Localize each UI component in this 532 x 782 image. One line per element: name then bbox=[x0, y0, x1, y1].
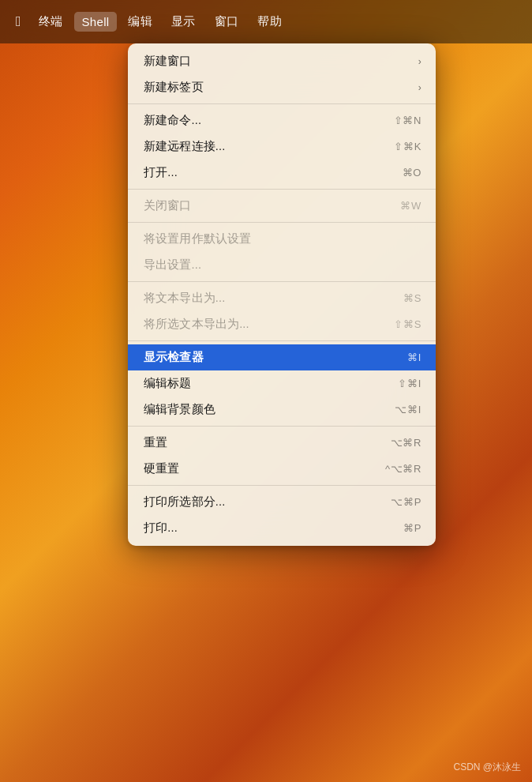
menu-item-hard-reset[interactable]: 硬重置 ^⌥⌘R bbox=[128, 456, 436, 482]
menubar-item-help[interactable]: 帮助 bbox=[249, 11, 290, 32]
separator-4 bbox=[128, 281, 436, 282]
menu-item-new-window[interactable]: 新建窗口 › bbox=[128, 48, 436, 74]
menu-item-export-settings[interactable]: 导出设置... bbox=[128, 252, 436, 278]
menu-item-reset[interactable]: 重置 ⌥⌘R bbox=[128, 430, 436, 456]
menubar-item-shell[interactable]: Shell bbox=[74, 12, 118, 32]
menu-item-export-selected[interactable]: 将所选文本导出为... ⇧⌘S bbox=[128, 311, 436, 337]
separator-7 bbox=[128, 485, 436, 486]
menu-item-new-command[interactable]: 新建命令... ⇧⌘N bbox=[128, 107, 436, 133]
menu-item-set-default[interactable]: 将设置用作默认设置 bbox=[128, 226, 436, 252]
menu-item-new-remote[interactable]: 新建远程连接... ⇧⌘K bbox=[128, 133, 436, 160]
menu-item-export-text[interactable]: 将文本导出为... ⌘S bbox=[128, 285, 436, 311]
separator-2 bbox=[128, 189, 436, 190]
submenu-chevron-new-tab: › bbox=[418, 82, 421, 93]
separator-1 bbox=[128, 103, 436, 104]
menubar:  终端 Shell 编辑 显示 窗口 帮助 bbox=[0, 0, 532, 43]
menubar-item-terminal[interactable]: 终端 bbox=[31, 11, 71, 32]
watermark: CSDN @沐泳生 bbox=[453, 761, 521, 774]
separator-3 bbox=[128, 222, 436, 223]
menu-item-close-window[interactable]: 关闭窗口 ⌘W bbox=[128, 193, 436, 219]
menu-item-show-inspector[interactable]: 显示检查器 ⌘I bbox=[128, 344, 436, 370]
menubar-item-window[interactable]: 窗口 bbox=[207, 11, 247, 32]
menu-item-print-selection[interactable]: 打印所选部分... ⌥⌘P bbox=[128, 489, 436, 515]
separator-5 bbox=[128, 340, 436, 341]
menu-item-edit-title[interactable]: 编辑标题 ⇧⌘I bbox=[128, 370, 436, 397]
menubar-item-view[interactable]: 显示 bbox=[163, 11, 204, 32]
menubar-item-edit[interactable]: 编辑 bbox=[120, 11, 160, 32]
separator-6 bbox=[128, 426, 436, 427]
apple-menu-item[interactable]:  bbox=[9, 10, 28, 33]
menu-item-print[interactable]: 打印... ⌘P bbox=[128, 515, 436, 541]
shell-menu-dropdown: 新建窗口 › 新建标签页 › 新建命令... ⇧⌘N 新建远程连接... ⇧⌘K… bbox=[128, 43, 436, 546]
menu-item-open[interactable]: 打开... ⌘O bbox=[128, 160, 436, 186]
menu-item-edit-bg-color[interactable]: 编辑背景颜色 ⌥⌘I bbox=[128, 397, 436, 423]
menu-item-new-tab[interactable]: 新建标签页 › bbox=[128, 74, 436, 100]
submenu-chevron-new-window: › bbox=[418, 56, 421, 67]
